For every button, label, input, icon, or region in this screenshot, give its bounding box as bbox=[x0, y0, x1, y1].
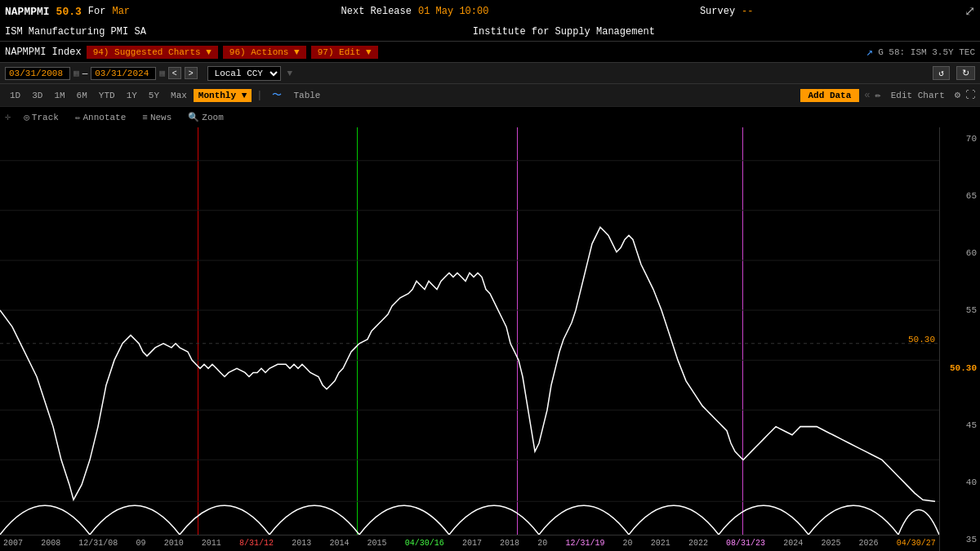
x-2007: 2007 bbox=[3, 539, 23, 548]
y-label-65: 65 bbox=[943, 191, 977, 201]
tf-6m-button[interactable]: 6M bbox=[72, 89, 92, 102]
date-bar: ▦ — ▦ < > Local CCY ▼ ↺ ↻ bbox=[0, 62, 980, 83]
edit-chart-button[interactable]: Edit Chart bbox=[886, 89, 950, 102]
tf-max-button[interactable]: Max bbox=[166, 89, 192, 102]
y-label-current: 50.30 bbox=[943, 363, 977, 373]
top-bar: NAPMPMI 50.3 For Mar Next Release 01 May… bbox=[0, 0, 980, 23]
add-data-button[interactable]: Add Data bbox=[800, 89, 860, 102]
x-0416: 04/30/16 bbox=[405, 539, 444, 548]
arc-6 bbox=[449, 505, 539, 535]
y-label-40: 40 bbox=[943, 478, 977, 487]
chart-svg: 50.30 bbox=[0, 127, 939, 535]
calendar-icon-2: ▦ bbox=[159, 68, 165, 78]
x-2015: 2015 bbox=[368, 539, 387, 548]
tf-5y-button[interactable]: 5Y bbox=[144, 89, 164, 102]
release-date: 01 May 10:00 bbox=[418, 6, 488, 17]
arc-8 bbox=[629, 505, 719, 535]
x-2014: 2014 bbox=[329, 539, 349, 548]
tf-1m-button[interactable]: 1M bbox=[49, 89, 69, 102]
redo-button[interactable]: ↻ bbox=[956, 66, 975, 80]
survey-label: Survey bbox=[700, 6, 735, 17]
chart-settings-icon[interactable]: ⚙ bbox=[955, 89, 960, 101]
ccy-dropdown-icon: ▼ bbox=[287, 69, 293, 78]
end-date-input[interactable] bbox=[91, 67, 156, 80]
tf-ytd-button[interactable]: YTD bbox=[94, 89, 120, 102]
external-link-icon[interactable]: ↗ bbox=[866, 45, 873, 59]
pmi-line bbox=[0, 227, 935, 501]
for-label: For bbox=[88, 6, 106, 17]
x-2010: 2010 bbox=[164, 539, 184, 548]
x-2008: 2008 bbox=[41, 539, 60, 548]
tf-bar-right: Add Data « ✏ Edit Chart ⚙ ⛶ bbox=[800, 89, 976, 102]
chart-area: 70 65 60 55 50.30 45 40 35 bbox=[0, 127, 980, 551]
x-2022: 2022 bbox=[688, 539, 708, 548]
pencil-icon[interactable]: ✏ bbox=[875, 89, 881, 101]
x-0427: 04/30/27 bbox=[897, 539, 936, 548]
arc-10 bbox=[808, 505, 898, 535]
x-2019: 20 bbox=[537, 539, 547, 548]
x-2026: 2026 bbox=[859, 539, 879, 548]
prev-period-button[interactable]: < bbox=[168, 67, 181, 79]
x-2021: 2021 bbox=[651, 539, 670, 548]
arc-3 bbox=[180, 505, 270, 535]
x-2013: 2013 bbox=[292, 539, 311, 548]
arc-1 bbox=[0, 505, 90, 535]
currency-select[interactable]: Local CCY bbox=[207, 66, 281, 81]
track-icon: ◎ bbox=[24, 112, 29, 122]
arc-2 bbox=[90, 505, 180, 535]
news-button[interactable]: ≡ News bbox=[139, 112, 175, 123]
toolbar-bar: ✛ ◎ Track ✏ Annotate ≡ News 🔍 Zoom bbox=[0, 106, 980, 127]
crosshair-icon: ✛ bbox=[5, 111, 11, 123]
y-axis: 70 65 60 55 50.30 45 40 35 bbox=[939, 127, 980, 551]
x-1208: 12/31/08 bbox=[78, 539, 118, 548]
x-2011: 2011 bbox=[202, 539, 221, 548]
tf-3d-button[interactable]: 3D bbox=[27, 89, 47, 102]
x-axis: 2007 2008 12/31/08 09 2010 2011 8/31/12 … bbox=[0, 535, 939, 551]
x-0812: 8/31/12 bbox=[239, 539, 274, 548]
x-1219: 12/31/19 bbox=[565, 539, 604, 548]
zoom-icon: 🔍 bbox=[188, 112, 199, 122]
main-wrapper: NAPMPMI 50.3 For Mar Next Release 01 May… bbox=[0, 0, 980, 551]
tf-1y-button[interactable]: 1Y bbox=[122, 89, 142, 102]
next-release-label: Next Release bbox=[341, 6, 412, 17]
edit-button[interactable]: 97) Edit ▼ bbox=[311, 46, 378, 59]
resize-icon[interactable]: ⤢ bbox=[964, 3, 975, 20]
arc-11 bbox=[898, 509, 939, 535]
expand-icon[interactable]: ⛶ bbox=[965, 89, 975, 101]
x-20: 20 bbox=[623, 539, 633, 548]
arc-5 bbox=[359, 505, 449, 535]
x-2017: 2017 bbox=[462, 539, 482, 548]
track-button[interactable]: ◎ Track bbox=[20, 111, 62, 123]
subtitle-center: Institute for Supply Management bbox=[473, 26, 655, 38]
tf-1d-button[interactable]: 1D bbox=[5, 89, 25, 102]
ticker-label: NAPMPMI bbox=[5, 6, 50, 18]
index-label: NAPMPMI Index bbox=[5, 47, 82, 58]
tf-monthly-button[interactable]: Monthly ▼ bbox=[194, 89, 252, 102]
line-chart-button[interactable]: 〜 bbox=[267, 87, 287, 104]
subtitle-bar: ISM Manufacturing PMI SA Institute for S… bbox=[0, 23, 980, 41]
y-label-60: 60 bbox=[943, 248, 977, 258]
table-button[interactable]: Table bbox=[288, 89, 325, 102]
x-0823: 08/31/23 bbox=[726, 539, 765, 548]
index-bar: NAPMPMI Index 94) Suggested Charts ▼ 96)… bbox=[0, 41, 980, 62]
y-label-45: 45 bbox=[943, 420, 977, 430]
x-09: 09 bbox=[136, 539, 146, 548]
annotate-button[interactable]: ✏ Annotate bbox=[72, 111, 129, 123]
undo-button[interactable]: ↺ bbox=[933, 66, 950, 80]
next-period-button[interactable]: > bbox=[185, 67, 198, 79]
tf-separator: | bbox=[256, 90, 262, 101]
actions-button[interactable]: 96) Actions ▼ bbox=[223, 46, 306, 59]
value-label: 50.3 bbox=[56, 6, 82, 18]
chart-svg-wrapper: 50.30 bbox=[0, 127, 939, 535]
y-label-35: 35 bbox=[943, 535, 977, 544]
suggested-charts-button[interactable]: 94) Suggested Charts ▼ bbox=[87, 46, 218, 59]
zoom-button[interactable]: 🔍 Zoom bbox=[185, 111, 226, 123]
arc-7 bbox=[539, 505, 629, 535]
survey-value: -- bbox=[742, 6, 753, 17]
arc-9 bbox=[719, 505, 808, 535]
annotate-icon: ✏ bbox=[75, 112, 81, 122]
news-icon: ≡ bbox=[142, 113, 148, 122]
g-label: G 58: ISM 3.5Y TEC bbox=[878, 47, 975, 57]
start-date-input[interactable] bbox=[5, 67, 70, 80]
y-label-70: 70 bbox=[943, 134, 977, 144]
